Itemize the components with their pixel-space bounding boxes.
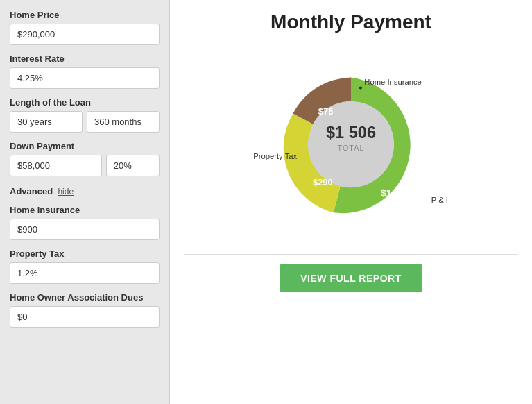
tax-amount-label: $290 [313,177,333,187]
down-payment-row [10,155,160,176]
insurance-label-dot [359,86,362,89]
loan-length-row [10,111,160,133]
pi-amount-label: $1 141 [381,187,411,199]
hoa-input[interactable] [10,306,160,328]
down-payment-input[interactable] [10,155,102,176]
advanced-hide-link[interactable]: hide [58,187,74,196]
interest-rate-input[interactable] [10,67,160,89]
loan-length-label: Length of the Loan [10,97,160,108]
loan-years-input[interactable] [10,111,83,133]
home-insurance-input[interactable] [10,219,160,240]
hoa-label: Home Owner Association Dues [10,292,160,303]
insurance-amount-label: $75 [318,106,333,117]
left-panel: Home Price Interest Rate Length of the L… [0,0,170,404]
interest-rate-label: Interest Rate [10,53,160,64]
insurance-ext-label: Home Insurance [364,78,422,86]
view-report-button[interactable]: VIEW FULL REPORT [280,264,422,292]
home-insurance-label: Home Insurance [10,205,160,215]
down-payment-label: Down Payment [10,141,160,151]
total-amount-text: $1 506 [326,124,376,142]
advanced-label: Advanced [10,186,53,196]
down-payment-pct-input[interactable] [106,155,160,176]
loan-months-input[interactable] [87,111,160,133]
chart-title: Monthly Payment [271,11,431,33]
home-price-label: Home Price [10,10,160,20]
total-label-text: TOTAL [338,144,365,152]
right-panel: Monthly Payment $1 506 TOTAL $1 141 $290 [170,0,532,404]
pi-ext-label: P & I [431,196,448,204]
advanced-section-header: Advanced hide [10,186,160,196]
tax-ext-label: Property Tax [253,152,297,160]
property-tax-input[interactable] [10,262,160,284]
chart-area: $1 506 TOTAL $1 141 $290 $75 Property Ta… [233,40,469,249]
property-tax-label: Property Tax [10,249,160,259]
divider [184,254,518,255]
home-price-input[interactable] [10,24,160,45]
